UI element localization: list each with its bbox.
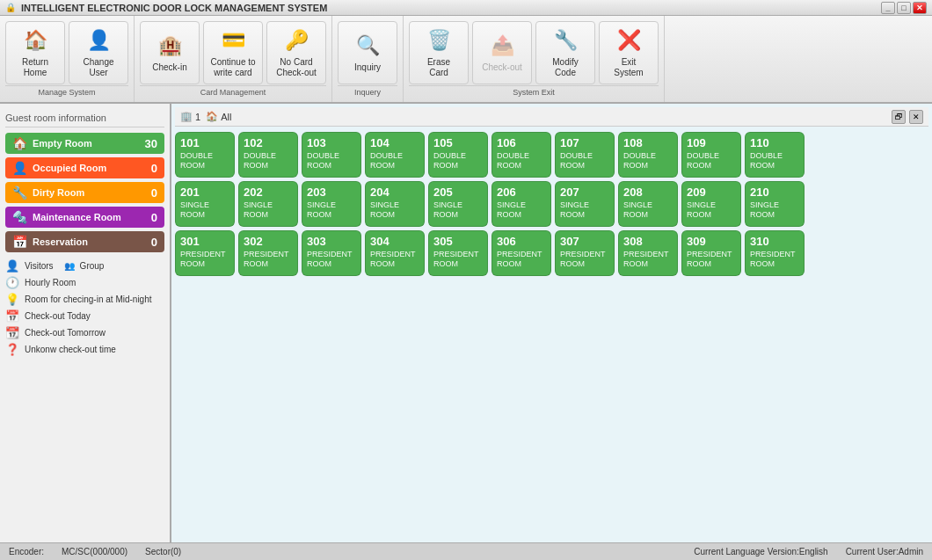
close-button[interactable]: ✕ — [913, 2, 927, 14]
system-exit-label: System Exit — [409, 85, 659, 98]
room-cell-105[interactable]: 105DOUBLE ROOM — [428, 132, 488, 178]
no-card-checkout-button[interactable]: 🔑 No CardCheck-out — [266, 21, 326, 84]
room-cell-210[interactable]: 210SINGLE ROOM — [745, 181, 805, 227]
room-cell-110[interactable]: 110DOUBLE ROOM — [745, 132, 805, 178]
room-number-208: 208 — [623, 185, 643, 200]
return-home-label: ReturnHome — [22, 57, 48, 78]
room-cell-201[interactable]: 201SINGLE ROOM — [175, 181, 235, 227]
room-number-310: 310 — [750, 235, 769, 250]
room-number-304: 304 — [370, 235, 390, 250]
checkout-icon: 📤 — [488, 32, 516, 60]
room-cell-103[interactable]: 103DOUBLE ROOM — [302, 132, 361, 178]
room-type-302: PRESIDENT ROOM — [244, 250, 293, 269]
hourly-icon: 🕐 — [5, 276, 19, 289]
dirty-room-icon: 🔧 — [12, 185, 27, 200]
main-content: Guest room information 🏠 Empty Room 30 👤… — [0, 104, 932, 542]
room-type-106: DOUBLE ROOM — [497, 151, 546, 171]
room-type-108: DOUBLE ROOM — [623, 151, 673, 171]
return-home-button[interactable]: 🏠 ReturnHome — [5, 21, 65, 84]
room-type-307: PRESIDENT ROOM — [560, 250, 609, 269]
exit-system-button[interactable]: ❌ ExitSystem — [599, 21, 659, 84]
room-cell-304[interactable]: 304PRESIDENT ROOM — [365, 230, 425, 276]
room-cell-303[interactable]: 303PRESIDENT ROOM — [302, 230, 361, 276]
room-cell-310[interactable]: 310PRESIDENT ROOM — [745, 230, 805, 276]
room-cell-206[interactable]: 206SINGLE ROOM — [491, 181, 551, 227]
erase-card-button[interactable]: 🗑️ EraseCard — [409, 21, 469, 84]
all-selector[interactable]: 🏠 All — [206, 111, 231, 122]
area-close-button[interactable]: ✕ — [909, 110, 923, 124]
unknown-checkout-icon: ❓ — [5, 343, 19, 356]
room-number-308: 308 — [623, 235, 643, 250]
midnight-icon: 💡 — [5, 293, 19, 306]
maximize-button[interactable]: □ — [897, 2, 911, 14]
room-cell-204[interactable]: 204SINGLE ROOM — [365, 181, 425, 227]
reservation-label: Reservation — [33, 236, 88, 247]
room-cell-308[interactable]: 308PRESIDENT ROOM — [618, 230, 678, 276]
room-cell-107[interactable]: 107DOUBLE ROOM — [555, 132, 615, 178]
inquiry-icon: 🔍 — [353, 32, 382, 60]
occupied-room-badge[interactable]: 👤 Occupied Room 0 — [5, 157, 164, 178]
maintenance-room-badge[interactable]: 🔩 Maintenance Room 0 — [5, 207, 164, 228]
user-icon: 👤 — [84, 26, 113, 55]
room-number-206: 206 — [497, 185, 516, 200]
maintenance-room-icon: 🔩 — [12, 210, 27, 224]
title-icon: 🔒 — [5, 3, 16, 12]
check-out-button[interactable]: 📤 Check-out — [472, 21, 532, 84]
room-cell-106[interactable]: 106DOUBLE ROOM — [491, 132, 551, 178]
occupied-room-icon: 👤 — [12, 161, 27, 175]
room-cell-305[interactable]: 305PRESIDENT ROOM — [428, 230, 488, 276]
room-row-1: 201SINGLE ROOM202SINGLE ROOM203SINGLE RO… — [175, 181, 928, 227]
change-user-button[interactable]: 👤 ChangeUser — [69, 21, 128, 84]
room-cell-309[interactable]: 309PRESIDENT ROOM — [681, 230, 741, 276]
modify-code-button[interactable]: 🔧 ModifyCode — [535, 21, 595, 84]
sidebar: Guest room information 🏠 Empty Room 30 👤… — [0, 104, 171, 542]
room-type-309: PRESIDENT ROOM — [687, 250, 736, 269]
room-number-306: 306 — [497, 235, 516, 250]
dirty-room-badge[interactable]: 🔧 Dirty Room 0 — [5, 182, 164, 203]
room-cell-302[interactable]: 302PRESIDENT ROOM — [238, 230, 298, 276]
room-cell-208[interactable]: 208SINGLE ROOM — [618, 181, 678, 227]
encoder-label: Encoder: — [9, 547, 44, 556]
room-cell-102[interactable]: 102DOUBLE ROOM — [238, 132, 298, 178]
room-grid: 101DOUBLE ROOM102DOUBLE ROOM103DOUBLE RO… — [175, 132, 928, 276]
room-number-107: 107 — [560, 136, 579, 151]
visitors-icon: 👤 — [5, 259, 19, 273]
room-cell-301[interactable]: 301PRESIDENT ROOM — [175, 230, 235, 276]
room-type-301: PRESIDENT ROOM — [180, 250, 229, 269]
continue-write-card-button[interactable]: 💳 Continue towrite card — [203, 21, 263, 84]
area-restore-button[interactable]: 🗗 — [892, 110, 906, 124]
room-cell-205[interactable]: 205SINGLE ROOM — [428, 181, 488, 227]
room-cell-108[interactable]: 108DOUBLE ROOM — [618, 132, 678, 178]
room-cell-104[interactable]: 104DOUBLE ROOM — [365, 132, 425, 178]
maintenance-room-count: 0 — [151, 211, 157, 224]
continue-write-label: Continue towrite card — [210, 57, 255, 78]
room-cell-109[interactable]: 109DOUBLE ROOM — [681, 132, 741, 178]
language-label: Current Language Version:English — [694, 547, 827, 556]
inquiry-button[interactable]: 🔍 Inquiry — [338, 21, 397, 84]
toolbar-group-manage: 🏠 ReturnHome 👤 ChangeUser Manage System — [0, 16, 135, 102]
room-type-305: PRESIDENT ROOM — [433, 250, 483, 269]
statusbar: Encoder: MC/SC(000/000) Sector(0) Curren… — [0, 542, 932, 560]
room-cell-207[interactable]: 207SINGLE ROOM — [555, 181, 615, 227]
checkout-tomorrow-label: Check-out Tomorrow — [25, 328, 106, 338]
erase-icon: 🗑️ — [425, 26, 453, 55]
empty-room-badge[interactable]: 🏠 Empty Room 30 — [5, 133, 164, 154]
room-cell-203[interactable]: 203SINGLE ROOM — [302, 181, 361, 227]
room-cell-306[interactable]: 306PRESIDENT ROOM — [491, 230, 551, 276]
occupied-room-count: 0 — [151, 162, 157, 175]
room-type-209: SINGLE ROOM — [687, 200, 736, 220]
room-type-207: SINGLE ROOM — [560, 200, 609, 220]
room-row-2: 301PRESIDENT ROOM302PRESIDENT ROOM303PRE… — [175, 230, 928, 276]
minimize-button[interactable]: _ — [881, 2, 895, 14]
room-number-203: 203 — [307, 185, 326, 200]
room-cell-307[interactable]: 307PRESIDENT ROOM — [555, 230, 615, 276]
dirty-room-count: 0 — [151, 186, 157, 200]
floor-selector[interactable]: 🏢 1 — [180, 111, 200, 122]
room-type-303: PRESIDENT ROOM — [307, 250, 356, 269]
group-label: Group — [80, 261, 105, 271]
room-cell-202[interactable]: 202SINGLE ROOM — [238, 181, 298, 227]
reservation-badge[interactable]: 📅 Reservation 0 — [5, 231, 164, 252]
room-cell-209[interactable]: 209SINGLE ROOM — [681, 181, 741, 227]
check-in-button[interactable]: 🏨 Check-in — [140, 21, 200, 84]
room-cell-101[interactable]: 101DOUBLE ROOM — [175, 132, 235, 178]
